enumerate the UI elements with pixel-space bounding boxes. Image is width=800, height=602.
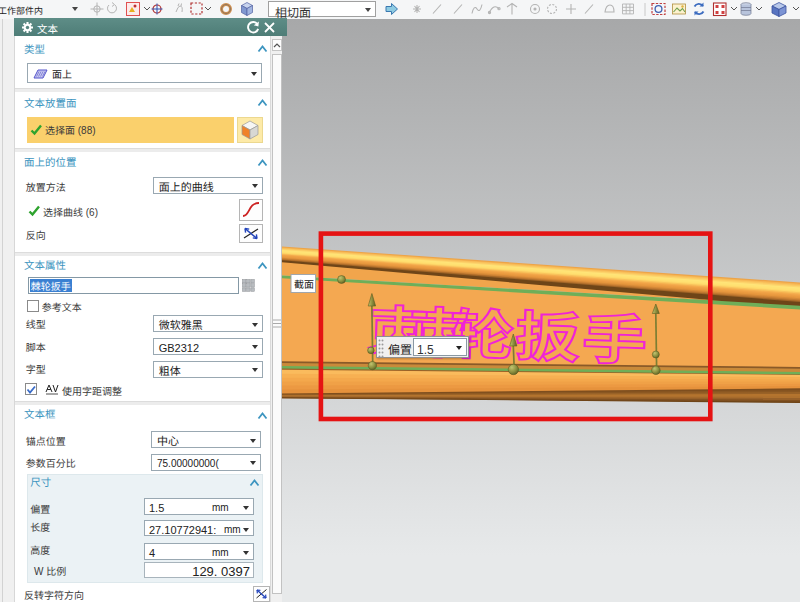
svg-text:轮扳手: 轮扳手	[448, 291, 648, 376]
svg-text:截面: 截面	[294, 276, 314, 291]
